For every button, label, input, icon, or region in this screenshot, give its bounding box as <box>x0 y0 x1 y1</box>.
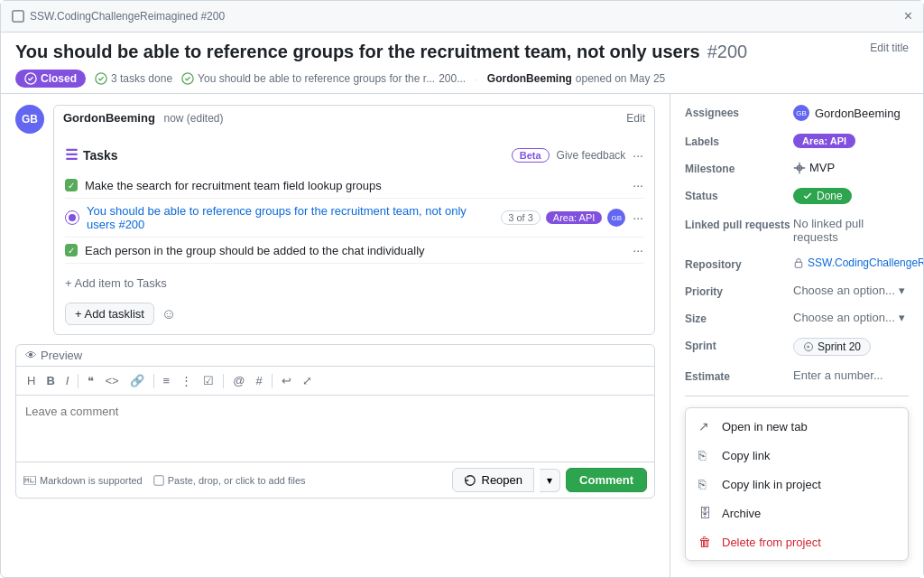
toolbar-sep-2 <box>153 374 154 388</box>
estimate-row: Estimate Enter a number... <box>685 368 909 383</box>
avatar: GB <box>15 105 44 134</box>
toolbar-link[interactable]: 🔗 <box>126 372 148 389</box>
sprint-tag: Sprint 20 <box>793 338 871 356</box>
delete-label: Delete from project <box>722 536 821 549</box>
comment-textarea[interactable] <box>16 396 654 459</box>
editor-tabs: 👁 Preview <box>16 345 654 367</box>
copy-link-action[interactable]: ⎘ Copy link <box>686 441 908 470</box>
copy-link-project-icon: ⎘ <box>698 477 713 491</box>
add-tasklist-button[interactable]: + Add tasklist <box>65 303 154 325</box>
action-menu: ↗ Open in new tab ⎘ Copy link ⎘ Copy lin… <box>685 407 909 561</box>
sprint-value: Sprint 20 <box>793 338 909 356</box>
toolbar-sep-4 <box>272 374 273 388</box>
toolbar-h[interactable]: H <box>23 372 39 389</box>
task-label-badge: Area: API <box>546 211 602 224</box>
give-feedback-button[interactable]: Give feedback <box>557 149 626 162</box>
issue-title-text: You should be able to reference groups f… <box>15 42 700 62</box>
toolbar-italic[interactable]: I <box>62 372 73 389</box>
priority-value: Choose an option... ▾ <box>793 284 909 297</box>
repository-link[interactable]: SSW.CodingChallengeReimagined <box>793 256 923 269</box>
check-circle-icon <box>95 72 107 85</box>
status-badge: Closed <box>15 70 86 88</box>
status-label: Status <box>685 188 793 202</box>
comment-author-time: GordonBeeming now (edited) <box>63 111 224 125</box>
task-count: 3 of 3 <box>501 210 541 225</box>
toolbar-fullscreen[interactable]: ⤢ <box>299 372 316 389</box>
add-tasklist-row: + Add tasklist ☺ <box>54 299 654 334</box>
window-icon <box>12 10 24 23</box>
toolbar-ref[interactable]: # <box>252 372 265 389</box>
copy-link-project-action[interactable]: ⎘ Copy link in project <box>686 470 908 499</box>
assignee-avatar: GB <box>793 105 809 121</box>
markdown-label: Markdown is supported <box>23 475 143 486</box>
toolbar-code[interactable]: <> <box>101 372 122 389</box>
comment-author: GordonBeeming <box>63 111 155 125</box>
left-panel: GB GordonBeeming now (edited) Edit ☰ <box>1 94 670 577</box>
comment-footer: Markdown is supported Paste, drop, or cl… <box>16 461 654 498</box>
reopen-icon <box>464 474 476 487</box>
task-more-1[interactable]: ··· <box>633 178 643 192</box>
sprint-icon <box>803 341 814 352</box>
comment-block: GB GordonBeeming now (edited) Edit ☰ <box>15 105 655 335</box>
labels-row: Labels Area: API <box>685 134 909 148</box>
markdown-icon <box>23 476 36 485</box>
task-badges: 3 of 3 Area: API GB <box>501 209 625 227</box>
preview-tab[interactable]: Preview <box>41 349 82 362</box>
archive-label: Archive <box>722 507 761 520</box>
milestone-tag: MVP <box>793 161 835 174</box>
task-checkbox-3[interactable] <box>65 244 78 256</box>
attach-label[interactable]: Paste, drop, or click to add files <box>153 475 306 486</box>
priority-select[interactable]: Choose an option... ▾ <box>793 284 905 297</box>
estimate-label: Estimate <box>685 368 793 383</box>
milestone-row: Milestone MVP <box>685 161 909 175</box>
author-name: GordonBeeming <box>487 72 572 85</box>
comment-edit-button[interactable]: Edit <box>626 112 645 125</box>
close-button[interactable]: × <box>904 8 912 24</box>
open-new-tab-icon: ↗ <box>698 419 713 434</box>
issue-number: #200 <box>707 42 748 62</box>
task-checkbox-1[interactable] <box>65 179 78 191</box>
open-new-tab-action[interactable]: ↗ Open in new tab <box>686 412 908 441</box>
estimate-value: Enter a number... <box>793 368 909 382</box>
size-select[interactable]: Choose an option... ▾ <box>793 311 905 324</box>
tasks-header-right: Beta Give feedback ··· <box>512 148 643 163</box>
breadcrumb-check-icon <box>181 72 194 85</box>
main-content: GB GordonBeeming now (edited) Edit ☰ <box>1 94 923 577</box>
svg-rect-7 <box>795 262 802 267</box>
task-text-1: Make the search for recruitment team fie… <box>85 179 625 192</box>
toolbar-mention[interactable]: @ <box>229 372 248 389</box>
comment-header: GordonBeeming now (edited) Edit <box>54 106 654 130</box>
meta-divider: · <box>475 72 478 86</box>
tasks-done-text: 3 tasks done <box>111 72 172 85</box>
toolbar-quote[interactable]: ❝ <box>84 372 97 389</box>
comment-submit-button[interactable]: Comment <box>566 468 647 492</box>
attach-icon <box>153 475 164 486</box>
toolbar-bold[interactable]: B <box>42 372 58 389</box>
labels-label: Labels <box>685 134 793 148</box>
tasks-header: ☰ Tasks Beta Give feedback ··· <box>65 146 643 163</box>
delete-action[interactable]: 🗑 Delete from project <box>686 527 908 556</box>
archive-icon: 🗄 <box>698 506 713 520</box>
smiley-button[interactable]: ☺ <box>162 306 176 322</box>
archive-action[interactable]: 🗄 Archive <box>686 499 908 527</box>
breadcrumb-text: You should be able to reference groups f… <box>198 72 435 85</box>
task-more-2[interactable]: ··· <box>633 210 643 225</box>
toolbar-undo[interactable]: ↩ <box>278 372 295 389</box>
footer-left: Markdown is supported Paste, drop, or cl… <box>23 475 306 486</box>
reopen-button[interactable]: Reopen <box>452 468 535 492</box>
edit-title-button[interactable]: Edit title <box>870 42 909 54</box>
toolbar-task[interactable]: ☑ <box>199 372 217 389</box>
toolbar-ol[interactable]: ⋮ <box>177 372 196 389</box>
toolbar-ul[interactable]: ≡ <box>160 372 174 389</box>
reopen-dropdown-button[interactable]: ▾ <box>540 469 560 492</box>
labels-value: Area: API <box>793 134 909 148</box>
add-item-button[interactable]: + Add item to Tasks <box>65 269 167 290</box>
repository-row: Repository SSW.CodingChallengeReimagined <box>685 256 909 271</box>
title-bar: SSW.CodingChallengeReimagined #200 × <box>1 1 923 33</box>
tasks-more-button[interactable]: ··· <box>633 148 643 163</box>
task-checkbox-2[interactable] <box>65 210 79 225</box>
priority-label: Priority <box>685 284 793 298</box>
task-more-3[interactable]: ··· <box>633 243 643 257</box>
window-title: SSW.CodingChallengeReimagined #200 <box>30 10 225 23</box>
svg-rect-0 <box>13 11 23 22</box>
